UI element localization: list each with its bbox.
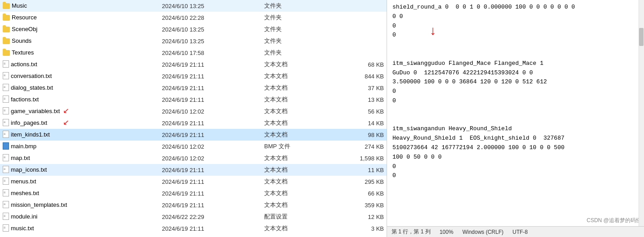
file-name: conversation.txt <box>11 73 52 79</box>
file-size-cell: 11 KB <box>330 164 387 176</box>
file-row[interactable]: mission_templates.txt2024/6/19 21:11文本文档… <box>0 199 387 211</box>
file-type-cell: 文本文档 <box>261 117 330 129</box>
file-name-cell: Sounds <box>0 35 159 47</box>
file-row[interactable]: Sounds2024/6/10 13:25文件夹 <box>0 35 387 47</box>
doc-icon <box>3 189 9 196</box>
code-line: 0 <box>392 87 639 96</box>
file-row[interactable]: map.txt2024/6/10 12:02文本文档1,598 KB <box>0 152 387 164</box>
doc-icon <box>3 178 9 185</box>
file-name-cell: item_kinds1.txt <box>0 129 159 141</box>
file-row[interactable]: meshes.txt2024/6/19 21:11文本文档66 KB <box>0 187 387 199</box>
file-name: map_icons.txt <box>11 166 47 173</box>
code-line: 0 <box>392 171 639 181</box>
vertical-scrollbar[interactable] <box>639 0 644 226</box>
doc-icon <box>3 107 9 114</box>
file-name: Sounds <box>12 37 32 44</box>
file-date-cell: 2024/6/10 13:25 <box>159 35 261 47</box>
doc-icon <box>3 224 9 232</box>
file-size-cell: 1,598 KB <box>330 152 387 164</box>
file-name-cell: SceneObj <box>0 23 159 35</box>
file-name: factions.txt <box>11 96 39 103</box>
file-size-cell: 844 KB <box>330 70 387 82</box>
doc-icon <box>3 119 9 126</box>
file-date-cell: 2024/6/19 21:11 <box>159 164 261 176</box>
doc-icon <box>3 72 9 79</box>
file-row[interactable]: main.bmp2024/6/10 12:02BMP 文件274 KB <box>0 141 387 152</box>
code-line: GuDuo 0 1212547076 4222129415393024 0 0 <box>392 68 639 78</box>
file-size-cell: 56 KB <box>330 105 387 117</box>
file-date-cell: 2024/6/10 12:02 <box>159 141 261 152</box>
doc-icon <box>3 60 9 68</box>
file-size-cell <box>330 12 387 23</box>
file-type-cell: 文本文档 <box>261 199 330 211</box>
code-line: 0 <box>392 162 639 172</box>
file-type-cell: BMP 文件 <box>261 141 330 152</box>
file-type-cell: 文本文档 <box>261 94 330 105</box>
file-size-cell <box>330 23 387 35</box>
text-content: shield_round_a 0 0 0 1 0 0.000000 100 0 … <box>387 0 644 226</box>
code-line: 3.500000 100 0 0 0 36864 120 0 120 0 512… <box>392 77 639 87</box>
file-type-cell: 文本文档 <box>261 59 330 70</box>
file-date-cell: 2024/6/19 21:11 <box>159 117 261 129</box>
file-row[interactable]: game_variables.txt ↙2024/6/10 12:02文本文档5… <box>0 105 387 117</box>
doc-icon <box>3 84 9 91</box>
file-date-cell: 2024/6/19 21:11 <box>159 199 261 211</box>
file-type-cell: 文本文档 <box>261 176 330 187</box>
code-line: Heavy_Round_Shield 1 EOS_knight_shield 0… <box>392 134 639 143</box>
status-line-ending: Windows (CRLF) <box>462 229 503 235</box>
status-encoding: UTF-8 <box>513 229 528 235</box>
file-type-cell: 文件夹 <box>261 23 330 35</box>
file-row[interactable]: map_icons.txt2024/6/19 21:11文本文档11 KB <box>0 164 387 176</box>
file-type-cell: 文本文档 <box>261 223 330 234</box>
code-line: 0 <box>392 31 639 40</box>
code-line <box>392 50 639 59</box>
code-line: shield_round_a 0 0 0 1 0 0.000000 100 0 … <box>392 3 639 12</box>
file-name-cell: factions.txt <box>0 94 159 105</box>
file-explorer: Music2024/6/10 13:25文件夹Resource2024/6/10… <box>0 0 387 237</box>
file-row[interactable]: Music2024/6/10 13:25文件夹 <box>0 0 387 12</box>
file-name-cell: module.ini <box>0 211 159 223</box>
folder-icon <box>3 15 10 21</box>
file-name-cell: mission_templates.txt <box>0 199 159 211</box>
file-name: meshes.txt <box>11 190 39 196</box>
file-date-cell: 2024/6/10 13:25 <box>159 0 261 12</box>
file-name-cell: info_pages.txt ↙ <box>0 117 159 129</box>
file-date-cell: 2024/6/19 21:11 <box>159 176 261 187</box>
file-type-cell: 文件夹 <box>261 12 330 23</box>
file-row[interactable]: Resource2024/6/10 22:28文件夹 <box>0 12 387 23</box>
file-row[interactable]: item_kinds1.txt2024/6/19 21:11文本文档98 KB <box>0 129 387 141</box>
file-date-cell: 2024/6/10 17:58 <box>159 47 261 59</box>
file-name: info_pages.txt <box>11 119 47 126</box>
file-row[interactable]: actions.txt2024/6/19 21:11文本文档68 KB <box>0 59 387 70</box>
code-line <box>392 106 639 115</box>
file-row[interactable]: SceneObj2024/6/10 13:25文件夹 <box>0 23 387 35</box>
doc-icon <box>3 166 9 173</box>
file-name: menus.txt <box>11 178 36 185</box>
file-row[interactable]: conversation.txt2024/6/19 21:11文本文档844 K… <box>0 70 387 82</box>
code-line: 0 <box>392 22 639 31</box>
doc-icon <box>3 154 9 161</box>
file-size-cell: 14 KB <box>330 117 387 129</box>
code-line <box>392 115 639 125</box>
code-line: itm_siwangguduo Flanged_Mace Flanged_Mac… <box>392 59 639 68</box>
status-zoom: 100% <box>440 229 454 235</box>
file-date-cell: 2024/6/10 12:02 <box>159 105 261 117</box>
file-row[interactable]: info_pages.txt ↙2024/6/19 21:11文本文档14 KB <box>0 117 387 129</box>
file-type-cell: 文本文档 <box>261 70 330 82</box>
scrollbar-thumb[interactable] <box>639 28 644 46</box>
file-row[interactable]: module.ini2024/6/22 22:29配置设置12 KB <box>0 211 387 223</box>
file-row[interactable]: dialog_states.txt2024/6/19 21:11文本文档37 K… <box>0 82 387 94</box>
file-size-cell <box>330 47 387 59</box>
file-row[interactable]: Textures2024/6/10 17:58文件夹 <box>0 47 387 59</box>
file-size-cell <box>330 35 387 47</box>
file-type-cell: 文本文档 <box>261 82 330 94</box>
file-name: dialog_states.txt <box>11 84 53 91</box>
file-name-cell: dialog_states.txt <box>0 82 159 94</box>
file-row[interactable]: factions.txt2024/6/19 21:11文本文档13 KB <box>0 94 387 105</box>
file-row[interactable]: music.txt2024/6/19 21:11文本文档3 KB <box>0 223 387 234</box>
file-type-cell: 文本文档 <box>261 164 330 176</box>
file-date-cell: 2024/6/10 12:02 <box>159 152 261 164</box>
file-row[interactable]: menus.txt2024/6/19 21:11文本文档295 KB <box>0 176 387 187</box>
file-name: Music <box>12 2 27 9</box>
file-size-cell: 295 KB <box>330 176 387 187</box>
